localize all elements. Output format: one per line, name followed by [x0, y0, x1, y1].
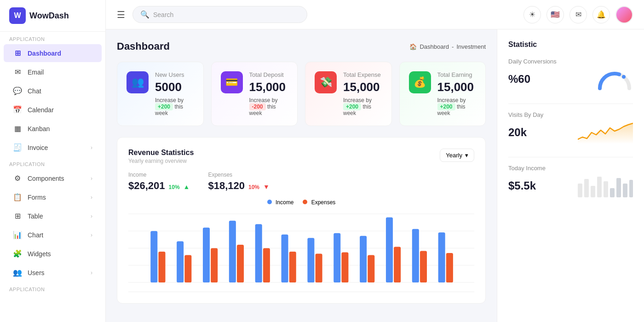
gauge-chart: [596, 68, 633, 91]
header: ☰ 🔍 Search ☀ 🇺🇸 ✉ 🔔: [106, 0, 644, 29]
daily-conversions-section: Daily Conversions %60: [508, 58, 633, 91]
theme-toggle-button[interactable]: ☀: [523, 6, 541, 23]
total-expense-label: Total Expense: [343, 71, 382, 78]
expense-legend-dot: [303, 200, 307, 204]
svg-rect-26: [420, 251, 427, 282]
invoice-icon: 🧾: [13, 143, 22, 152]
chart-icon: 📊: [13, 230, 22, 239]
user-avatar[interactable]: [615, 6, 633, 23]
revenue-chart-card: Revenue Statistics Yearly earning overvi…: [117, 137, 486, 304]
svg-rect-30: [578, 184, 582, 197]
visits-label: Visits By Day: [508, 111, 633, 118]
logo-icon: W: [9, 7, 26, 24]
total-expense-change: Increase by +200 this week: [343, 97, 382, 116]
breadcrumb: 🏠 Dashboard - Investment: [409, 43, 486, 50]
svg-rect-36: [616, 178, 621, 197]
sidebar-item-label: Users: [28, 269, 45, 276]
kanban-icon: ▦: [13, 124, 22, 133]
statistic-title: Statistic: [508, 40, 633, 49]
sidebar-section-1: Application: [0, 32, 105, 44]
today-income-value: $5.5k: [508, 179, 536, 192]
search-placeholder: Search: [153, 11, 173, 18]
bar-chart: [128, 209, 474, 292]
stat-card-total-deposit: 💳 Total Deposit 15,000 Increase by -200 …: [211, 62, 298, 126]
sidebar-item-label: Invoice: [28, 144, 48, 151]
total-deposit-icon: 💳: [221, 71, 243, 93]
total-expense-value: 15,000: [343, 80, 382, 94]
svg-rect-21: [360, 236, 367, 282]
sidebar-item-calendar[interactable]: 📅 Calendar: [4, 101, 102, 119]
sidebar: W WowDash Application ⊞ Dashboard ✉ Emai…: [0, 0, 106, 322]
daily-conversions-value: %60: [508, 73, 530, 86]
sidebar-item-label: Dashboard: [28, 50, 61, 57]
svg-rect-18: [316, 253, 322, 282]
svg-rect-23: [386, 217, 393, 282]
mail-icon: ✉: [575, 10, 581, 19]
sidebar-item-table[interactable]: ⊞ Table ›: [4, 207, 102, 225]
chart-title: Revenue Statistics: [128, 149, 194, 157]
sidebar-item-components[interactable]: ⚙ Components ›: [4, 169, 102, 187]
table-icon: ⊞: [13, 212, 22, 220]
sidebar-item-kanban[interactable]: ▦ Kanban: [4, 120, 102, 138]
svg-rect-27: [438, 232, 445, 282]
sidebar-section-2: Application: [0, 157, 105, 169]
income-change: 10%: [169, 184, 180, 190]
sidebar-item-chat[interactable]: 💬 Chat: [4, 82, 102, 100]
chevron-icon: ›: [91, 270, 92, 276]
svg-rect-16: [289, 252, 296, 282]
sidebar-item-label: Components: [28, 175, 64, 182]
content-left: Dashboard 🏠 Dashboard - Investment 👥 New…: [106, 29, 497, 322]
hamburger-button[interactable]: ☰: [117, 9, 125, 20]
period-label: Yearly: [446, 152, 462, 159]
sidebar-item-label: Email: [28, 69, 44, 76]
expense-value: $18,120: [208, 180, 245, 192]
forms-icon: 📋: [13, 193, 22, 201]
chevron-icon: ›: [91, 194, 92, 201]
svg-point-29: [622, 75, 626, 79]
bell-icon: 🔔: [597, 10, 606, 19]
today-income-section: Today Income $5.5k: [508, 165, 633, 197]
language-button[interactable]: 🇺🇸: [546, 6, 564, 23]
income-value: $26,201: [128, 180, 165, 192]
expense-change: 10%: [248, 184, 259, 190]
svg-rect-11: [229, 221, 236, 282]
notification-button[interactable]: 🔔: [592, 6, 610, 23]
sidebar-item-label: Widgets: [28, 250, 51, 258]
breadcrumb-separator: -: [452, 43, 454, 50]
chart-subtitle: Yearly earning overview: [128, 158, 194, 164]
sidebar-item-invoice[interactable]: 🧾 Invoice ›: [4, 138, 102, 156]
sidebar-item-forms[interactable]: 📋 Forms ›: [4, 188, 102, 206]
total-deposit-change: Increase by -200 this week: [249, 97, 288, 116]
svg-rect-33: [597, 177, 602, 197]
brand-name: WowDash: [29, 11, 69, 21]
svg-rect-15: [282, 235, 288, 282]
svg-rect-35: [610, 188, 615, 197]
total-earning-change-amount: +200: [437, 103, 455, 110]
sparkline-row: 20k: [508, 121, 633, 144]
total-earning-info: Total Earning 15,000 Increase by +200 th…: [437, 71, 477, 116]
breadcrumb-home[interactable]: Dashboard: [420, 43, 449, 50]
sidebar-item-label: Chat: [28, 87, 41, 95]
new-users-change: Increase by +200 this week: [155, 97, 194, 116]
flag-icon: 🇺🇸: [551, 10, 560, 19]
search-box[interactable]: 🔍 Search: [132, 6, 307, 23]
sidebar-item-dashboard[interactable]: ⊞ Dashboard: [4, 44, 102, 62]
expense-label: Expenses: [208, 172, 269, 178]
mail-button[interactable]: ✉: [569, 6, 587, 23]
total-expense-change-amount: +200: [343, 103, 361, 110]
sidebar-item-label: Kanban: [28, 125, 50, 132]
stat-card-total-earning: 💰 Total Earning 15,000 Increase by +200 …: [399, 62, 486, 126]
header-actions: ☀ 🇺🇸 ✉ 🔔: [523, 6, 633, 23]
sidebar-item-users[interactable]: 👥 Users ›: [4, 264, 102, 282]
svg-rect-20: [341, 252, 348, 282]
total-deposit-info: Total Deposit 15,000 Increase by -200 th…: [249, 71, 288, 116]
period-select[interactable]: Yearly ▾: [440, 149, 474, 162]
sidebar-item-label: Calendar: [28, 106, 54, 114]
chevron-icon: ›: [91, 213, 92, 219]
sidebar-item-widgets[interactable]: 🧩 Widgets: [4, 245, 102, 263]
total-deposit-label: Total Deposit: [249, 71, 288, 78]
new-users-label: New Users: [155, 71, 194, 78]
dashboard-icon: ⊞: [13, 49, 22, 58]
sidebar-item-chart[interactable]: 📊 Chart ›: [4, 226, 102, 244]
sidebar-item-email[interactable]: ✉ Email: [4, 63, 102, 81]
